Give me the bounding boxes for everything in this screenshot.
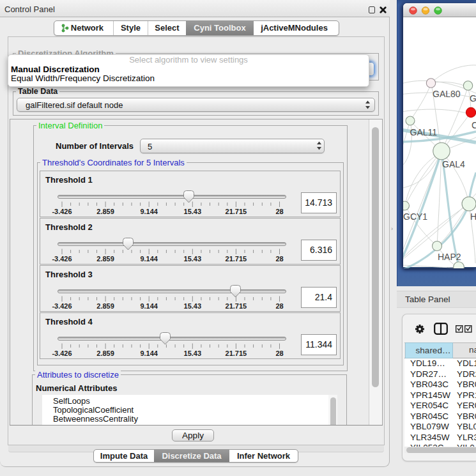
svg-text:H: H bbox=[470, 211, 476, 222]
svg-text:GA: GA bbox=[470, 93, 476, 104]
svg-text:GAL11: GAL11 bbox=[410, 127, 438, 137]
svg-text:GCY1: GCY1 bbox=[403, 211, 427, 222]
svg-text:HAP2: HAP2 bbox=[438, 252, 461, 262]
svg-text:GAL80: GAL80 bbox=[433, 89, 461, 99]
svg-text:C: C bbox=[472, 120, 476, 130]
svg-text:GAL4: GAL4 bbox=[442, 159, 465, 169]
